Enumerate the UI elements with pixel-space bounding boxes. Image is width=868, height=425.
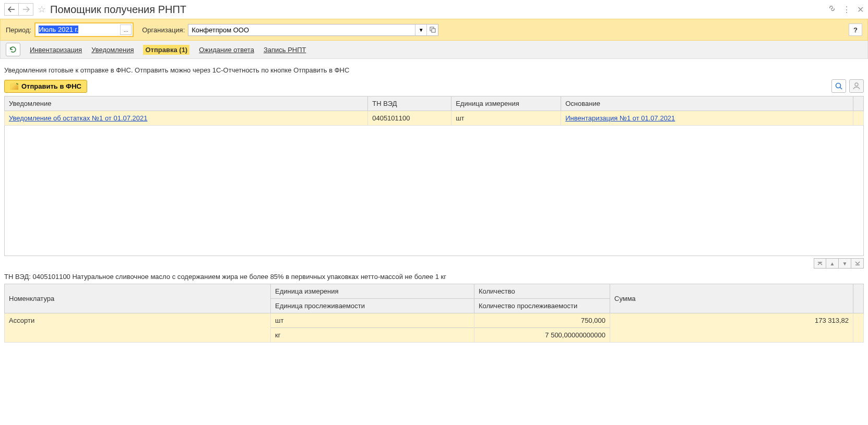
cell-unit-trace: кг <box>271 327 474 342</box>
notices-table-body-space <box>4 126 864 256</box>
user-button[interactable] <box>849 79 864 93</box>
tab-inventory[interactable]: Инвентаризация <box>30 46 82 54</box>
close-icon[interactable]: ✕ <box>857 5 864 15</box>
org-dropdown-button[interactable]: ▼ <box>415 25 426 35</box>
period-input[interactable]: Июль 2021 г. <box>37 25 120 35</box>
col-tnved[interactable]: ТН ВЭД <box>368 96 451 111</box>
send-button-label: Отправить в ФНС <box>21 82 81 90</box>
org-input[interactable] <box>188 25 415 35</box>
cell-unit: шт <box>451 111 561 126</box>
more-icon[interactable]: ⋮ <box>842 5 851 15</box>
toolbar: Инвентаризация Уведомления Отправка (1) … <box>0 41 868 59</box>
cell-tnved: 0405101100 <box>368 111 451 126</box>
notices-table: Уведомление ТН ВЭД Единица измерения Осн… <box>4 96 864 126</box>
col-unit[interactable]: Единица измерения <box>451 96 561 111</box>
col-notice[interactable]: Уведомление <box>5 96 368 111</box>
cell-unit-stack: шт кг <box>271 313 474 343</box>
org-open-button[interactable] <box>426 25 438 35</box>
period-field[interactable]: Июль 2021 г. ... <box>34 22 134 37</box>
tab-wait[interactable]: Ожидание ответа <box>199 46 254 54</box>
svg-point-2 <box>836 83 841 88</box>
col-unit-trace: Единица прослеживаемости <box>271 298 474 313</box>
col-scroll <box>853 96 864 111</box>
col-qty-stack[interactable]: Количество Количество прослеживаемости <box>474 284 610 313</box>
link-icon[interactable] <box>828 4 836 15</box>
info-text: Уведомления готовые к отправке в ФНС. От… <box>0 59 868 79</box>
col-unit-stack[interactable]: Единица измерения Единица прослеживаемос… <box>271 284 474 313</box>
send-to-fns-button[interactable]: Отправить в ФНС <box>4 80 87 93</box>
col-sum[interactable]: Сумма <box>610 284 853 313</box>
basis-link[interactable]: Инвентаризация №1 от 01.07.2021 <box>565 114 675 122</box>
svg-rect-1 <box>432 29 435 32</box>
filter-bar: Период: Июль 2021 г. ... Организация: ▼ … <box>0 19 868 41</box>
table-row[interactable]: Уведомление об остатках №1 от 01.07.2021… <box>5 111 864 126</box>
tab-send[interactable]: Отправка (1) <box>143 45 189 55</box>
scroll-up-button[interactable]: ▲ <box>826 258 839 269</box>
back-button[interactable] <box>4 3 19 16</box>
org-label: Организация: <box>142 26 185 34</box>
envelope-icon <box>10 82 18 90</box>
period-picker-button[interactable]: ... <box>120 25 132 35</box>
action-row: Отправить в ФНС <box>0 79 868 96</box>
scroll-bottom-button[interactable] <box>851 258 864 269</box>
scroll-top-button[interactable] <box>814 258 826 269</box>
refresh-button[interactable] <box>6 43 20 56</box>
cell-nomenclature: Ассорти <box>5 313 271 343</box>
titlebar: ☆ Помощник получения РНПТ ⋮ ✕ <box>0 0 868 19</box>
org-field[interactable]: ▼ <box>188 24 438 36</box>
forward-button[interactable] <box>19 3 33 16</box>
table-row[interactable]: Ассорти шт кг 750,000 7 500,00000000000 … <box>5 313 864 343</box>
find-button[interactable] <box>831 79 846 93</box>
col-unit: Единица измерения <box>271 284 474 298</box>
tab-record[interactable]: Запись РНПТ <box>264 46 306 54</box>
detail-caption: ТН ВЭД: 0405101100 Натуральное сливочное… <box>0 271 868 284</box>
cell-qty-trace: 7 500,00000000000 <box>474 327 610 342</box>
scroll-controls: ▲ ▼ <box>0 256 868 271</box>
col-qty: Количество <box>474 284 610 298</box>
notice-link[interactable]: Уведомление об остатках №1 от 01.07.2021 <box>9 114 147 122</box>
col-scroll-2 <box>853 284 864 313</box>
cell-qty: 750,000 <box>474 313 610 327</box>
tab-notices[interactable]: Уведомления <box>91 46 134 54</box>
col-nomenclature[interactable]: Номенклатура <box>5 284 271 313</box>
period-label: Период: <box>6 26 31 34</box>
cell-sum: 173 313,82 <box>610 313 853 343</box>
cell-unit: шт <box>271 313 474 327</box>
favorite-icon[interactable]: ☆ <box>38 4 46 15</box>
col-basis[interactable]: Основание <box>561 96 853 111</box>
svg-point-4 <box>855 83 858 86</box>
help-button[interactable]: ? <box>849 23 862 36</box>
scroll-down-button[interactable]: ▼ <box>839 258 851 269</box>
cell-qty-stack: 750,000 7 500,00000000000 <box>474 313 610 343</box>
col-qty-trace: Количество прослеживаемости <box>474 298 610 313</box>
svg-line-3 <box>840 88 842 90</box>
detail-table: Номенклатура Единица измерения Единица п… <box>4 284 864 343</box>
page-title: Помощник получения РНПТ <box>50 4 186 16</box>
